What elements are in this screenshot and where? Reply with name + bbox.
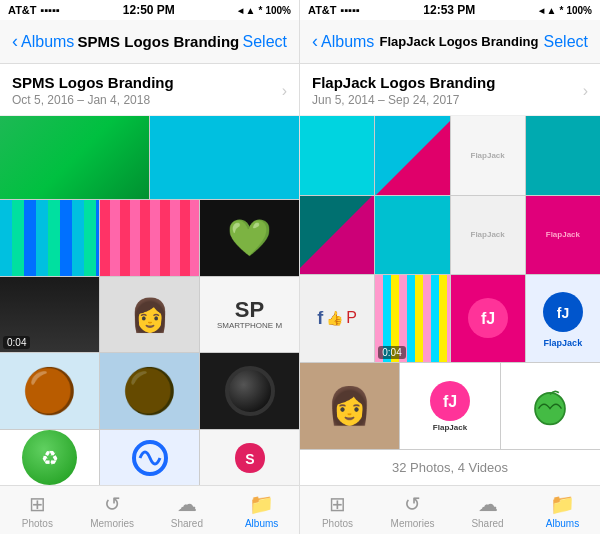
photo-grid-2: FlapJack FlapJack FlapJack f 👍 P (300, 116, 600, 485)
screen-spms: AT&T ▪▪▪▪▪ 12:50 PM ◂ ▲ * 100% ‹ Albums … (0, 0, 300, 534)
album-dates-1: Oct 5, 2016 – Jan 4, 2018 (12, 93, 174, 107)
fj-cell-3-2[interactable]: 0:04 (375, 275, 449, 361)
like-icon: 👍 (326, 310, 343, 326)
grid-cell-4-3[interactable] (200, 353, 299, 429)
fj-cell-3-1[interactable]: f 👍 P (300, 275, 374, 361)
svg-text:fJ: fJ (443, 393, 457, 410)
grid-cell-2-3[interactable]: 💚 (200, 200, 299, 276)
fj-cell-4-2[interactable]: fJ FlapJack (400, 363, 499, 449)
grid-cell-2-1[interactable] (0, 200, 99, 276)
grid-cell-5-2[interactable] (100, 430, 199, 485)
photos-icon-1: ⊞ (29, 492, 46, 516)
grid-cell-1-2[interactable] (150, 116, 299, 199)
status-bar-2: AT&T ▪▪▪▪▪ 12:53 PM ◂ ▲ * 100% (300, 0, 600, 20)
tab-photos-2[interactable]: ⊞ Photos (300, 492, 375, 529)
grid-cell-5-1[interactable]: ♻ (0, 430, 99, 485)
tab-bar-1: ⊞ Photos ↺ Memories ☁ Shared 📁 Albums (0, 485, 299, 534)
fj-cell-2-1[interactable] (300, 196, 374, 275)
fj-cell-3-3[interactable]: fJ (451, 275, 525, 361)
fj-cell-1-4[interactable] (526, 116, 600, 195)
fj-cell-2-3[interactable]: FlapJack (451, 196, 525, 275)
album-title-2: FlapJack Logos Branding (312, 74, 495, 91)
fj-cell-1-2[interactable] (375, 116, 449, 195)
albums-icon-2: 📁 (550, 492, 575, 516)
tab-memories-1[interactable]: ↺ Memories (75, 492, 150, 529)
fj-center-logo: fJ (428, 379, 472, 423)
facebook-icon: f (317, 308, 323, 329)
memories-icon-2: ↺ (404, 492, 421, 516)
fj-cell-1-3[interactable]: FlapJack (451, 116, 525, 195)
person-icon-1: 👩 (130, 296, 170, 334)
bluetooth-icon-2: * (560, 5, 564, 16)
photo-grid-1: 💚 0:04 👩 SP SMARTPHONE M 🔵 (0, 116, 299, 485)
tab-memories-2[interactable]: ↺ Memories (375, 492, 450, 529)
album-info-1: SPMS Logos Branding Oct 5, 2016 – Jan 4,… (0, 64, 299, 116)
fj-cell-2-4[interactable]: FlapJack (526, 196, 600, 275)
lens-icon-1: 🔵 (22, 365, 77, 417)
nav-title-1: SPMS Logos Branding (78, 33, 240, 50)
tab-shared-1[interactable]: ☁ Shared (150, 492, 225, 529)
fj-cell-1-1[interactable] (300, 116, 374, 195)
tab-bar-2: ⊞ Photos ↺ Memories ☁ Shared 📁 Albums (300, 485, 600, 534)
fj-cell-3-4[interactable]: fJ FlapJack (526, 275, 600, 361)
albums-icon-1: 📁 (249, 492, 274, 516)
duration-badge-2: 0:04 (378, 346, 405, 359)
album-dates-2: Jun 5, 2014 – Sep 24, 2017 (312, 93, 495, 107)
grid-cell-2-2[interactable] (100, 200, 199, 276)
fj-cell-4-3[interactable] (501, 363, 600, 449)
fj-cell-2-2[interactable] (375, 196, 449, 275)
grid-cell-3-2[interactable]: 👩 (100, 277, 199, 353)
green-circle-logo: ♻ (22, 430, 77, 485)
location-icon-1: ◂ (238, 5, 243, 16)
time-2: 12:53 PM (423, 3, 475, 17)
chevron-right-icon-1: › (282, 82, 287, 100)
wifi-icon-1: ▲ (246, 5, 256, 16)
album-info-2: FlapJack Logos Branding Jun 5, 2014 – Se… (300, 64, 600, 116)
time-1: 12:50 PM (123, 3, 175, 17)
status-right-1: ◂ ▲ * 100% (238, 5, 291, 16)
grid-cell-1-1[interactable] (0, 116, 149, 199)
grid-cell-4-1[interactable]: 🔵 (0, 353, 99, 429)
logo-svg-1 (125, 438, 175, 478)
nav-bar-1: ‹ Albums SPMS Logos Branding Select (0, 20, 299, 64)
fj-big-logo-svg: fJ (539, 288, 587, 336)
shared-icon-1: ☁ (177, 492, 197, 516)
select-button-1[interactable]: Select (243, 33, 287, 51)
fj-cell-4-1[interactable]: 👩 (300, 363, 399, 449)
recycle-icon: ♻ (41, 446, 59, 470)
svg-text:fJ: fJ (481, 310, 495, 327)
album-title-1: SPMS Logos Branding (12, 74, 174, 91)
battery-text-2: 100% (566, 5, 592, 16)
carrier-1: AT&T (8, 4, 37, 16)
status-left-2: AT&T ▪▪▪▪▪ (308, 4, 360, 16)
grid-cell-5-3[interactable]: S (200, 430, 299, 485)
back-label-2[interactable]: Albums (321, 33, 374, 51)
fj-logo-label-3: FlapJack (546, 230, 580, 239)
tab-albums-1[interactable]: 📁 Albums (224, 492, 299, 529)
photos-count: 32 Photos, 4 Videos (300, 454, 600, 481)
fj-logo-label-2: FlapJack (471, 230, 505, 239)
tab-photos-1[interactable]: ⊞ Photos (0, 492, 75, 529)
tab-albums-2[interactable]: 📁 Albums (525, 492, 600, 529)
nav-bar-2: ‹ Albums FlapJack Logos Branding Select (300, 20, 600, 64)
grid-cell-3-1[interactable]: 0:04 (0, 277, 99, 353)
fj-logo-label-1: FlapJack (471, 151, 505, 160)
back-button-1[interactable]: ‹ Albums (12, 31, 74, 52)
grid-cell-3-3[interactable]: SP SMARTPHONE M (200, 277, 299, 353)
grid-cell-4-2[interactable]: 🔵 (100, 353, 199, 429)
svg-text:fJ: fJ (557, 305, 569, 321)
tab-shared-2[interactable]: ☁ Shared (450, 492, 525, 529)
duration-badge-1: 0:04 (3, 336, 30, 349)
lens-shape (225, 366, 275, 416)
select-button-2[interactable]: Select (544, 33, 588, 51)
status-right-2: ◂ ▲ * 100% (539, 5, 592, 16)
memories-icon-1: ↺ (104, 492, 121, 516)
fj-brand-name: FlapJack (544, 338, 583, 348)
person-icon-2: 👩 (327, 385, 372, 427)
chevron-left-icon-2: ‹ (312, 31, 318, 52)
back-button-2[interactable]: ‹ Albums (312, 31, 374, 52)
fj-round-logo: fJ (466, 296, 510, 340)
location-icon-2: ◂ (539, 5, 544, 16)
heart-icon: 💚 (227, 217, 272, 259)
back-label-1[interactable]: Albums (21, 33, 74, 51)
